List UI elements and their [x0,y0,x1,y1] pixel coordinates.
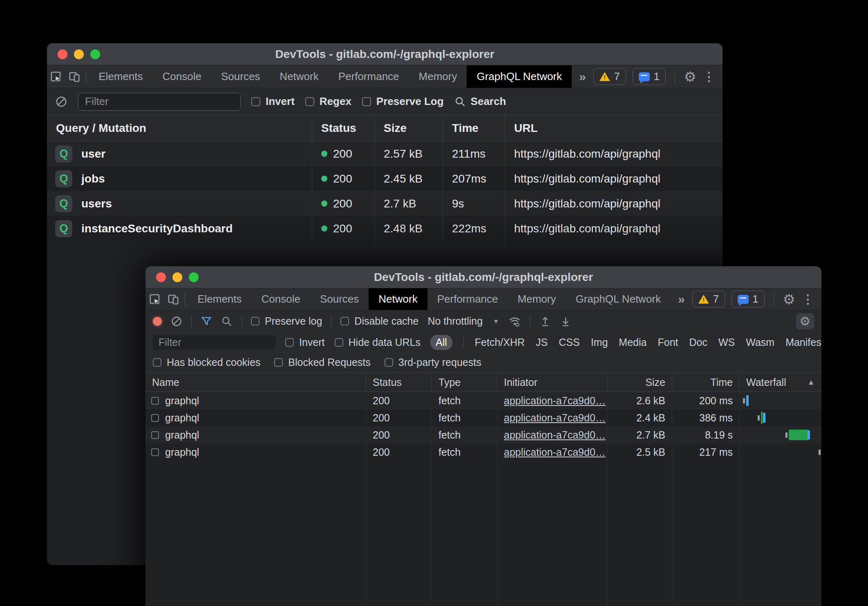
settings-gear-icon[interactable]: ⚙ [684,70,696,84]
initiator-link[interactable]: application-a7ca9d0… [504,446,606,458]
tab-memory[interactable]: Memory [409,65,467,88]
preserve-log-checkbox[interactable] [362,97,371,106]
kebab-menu-icon[interactable]: ⋮ [802,292,814,306]
regex-checkbox[interactable] [305,97,314,106]
minimize-button[interactable] [74,49,84,59]
chip-css[interactable]: CSS [559,336,579,348]
tab-sources[interactable]: Sources [310,288,369,310]
tab-elements[interactable]: Elements [89,65,152,88]
column-header-initiator[interactable]: Initiator [497,373,607,392]
initiator-link[interactable]: application-a7ca9d0… [504,429,606,441]
chip-doc[interactable]: Doc [689,336,707,348]
warnings-badge[interactable]: 7 [692,291,725,307]
tab-network[interactable]: Network [270,65,328,88]
issues-badge[interactable]: 1 [732,291,765,307]
tab-performance[interactable]: Performance [427,288,508,310]
tab-console[interactable]: Console [153,65,211,88]
invert-checkbox[interactable] [285,338,294,347]
search-control[interactable]: Search [454,95,506,108]
tab-graphql-network[interactable]: GraphQL Network [566,288,671,310]
tab-network[interactable]: Network [369,288,427,310]
preserve-log-checkbox-group[interactable]: Preserve Log [362,95,444,108]
table-row[interactable]: Q instanceSecurityDashboard 200 2.48 kB … [47,216,723,241]
tab-sources[interactable]: Sources [211,65,270,88]
hide-data-urls-checkbox[interactable] [335,338,343,347]
issues-badge[interactable]: 1 [633,68,666,85]
has-blocked-cookies-group[interactable]: Has blocked cookies [153,356,260,368]
chip-font[interactable]: Font [658,336,678,348]
chip-wasm[interactable]: Wasm [746,336,774,348]
disable-cache-checkbox-group[interactable]: Disable cache [340,315,418,327]
third-party-requests-group[interactable]: 3rd-party requests [385,356,481,368]
device-toolbar-icon[interactable] [164,288,182,310]
close-button[interactable] [156,272,166,282]
warnings-badge[interactable]: 7 [593,68,626,85]
tab-elements[interactable]: Elements [188,288,251,310]
tab-performance[interactable]: Performance [329,65,409,88]
more-tabs-icon[interactable]: » [671,288,692,310]
initiator-link[interactable]: application-a7ca9d0… [504,395,606,407]
chip-fetch-xhr[interactable]: Fetch/XHR [475,336,525,348]
column-header-name[interactable]: Name [145,373,366,392]
import-har-icon[interactable] [539,316,551,327]
table-row[interactable]: Q user 200 2.57 kB 211ms https://gitlab.… [47,141,723,166]
title-bar[interactable]: DevTools - gitlab.com/-/graphql-explorer [145,266,821,288]
inspect-element-icon[interactable] [47,65,65,88]
chip-media[interactable]: Media [619,336,647,348]
column-header-status[interactable]: Status [366,373,432,392]
row-checkbox[interactable] [151,431,159,439]
column-header-time[interactable]: Time [672,373,740,392]
record-button[interactable] [153,317,162,326]
tab-graphql-network[interactable]: GraphQL Network [467,65,572,88]
close-button[interactable] [58,49,67,59]
blocked-requests-checkbox[interactable] [274,358,283,367]
row-checkbox[interactable] [151,397,159,405]
filter-funnel-icon[interactable] [201,316,212,327]
column-header-size[interactable]: Size [607,373,672,392]
column-header-time[interactable]: Time [443,115,505,141]
settings-gear-icon[interactable]: ⚙ [783,292,795,306]
inspect-element-icon[interactable] [145,288,164,310]
chip-ws[interactable]: WS [718,336,735,348]
zoom-button[interactable] [90,49,100,59]
has-blocked-cookies-checkbox[interactable] [153,358,161,367]
third-party-requests-checkbox[interactable] [385,358,393,367]
more-tabs-icon[interactable]: » [572,65,593,88]
tab-memory[interactable]: Memory [508,288,566,310]
title-bar[interactable]: DevTools - gitlab.com/-/graphql-explorer [47,43,723,65]
network-settings-button[interactable]: ⚙ [796,313,814,330]
search-icon[interactable] [221,316,233,327]
column-header-url[interactable]: URL [505,115,723,141]
filter-input[interactable] [78,93,241,111]
clear-icon[interactable] [171,316,182,327]
column-header-query-mutation[interactable]: Query / Mutation [47,115,312,141]
clear-icon[interactable] [55,96,67,108]
zoom-button[interactable] [189,272,199,282]
export-har-icon[interactable] [560,316,571,327]
preserve-log-checkbox[interactable] [251,317,260,325]
invert-checkbox[interactable] [251,97,260,106]
kebab-menu-icon[interactable]: ⋮ [703,69,715,84]
minimize-button[interactable] [172,272,182,282]
tab-console[interactable]: Console [252,288,310,310]
column-header-size[interactable]: Size [375,115,443,141]
network-conditions-icon[interactable] [508,315,521,328]
column-header-waterfall[interactable]: Waterfall ▲ [740,373,821,392]
throttling-select[interactable]: No throttling ▼ [427,315,499,327]
filter-input[interactable] [153,335,275,350]
invert-checkbox-group[interactable]: Invert [285,336,325,348]
chip-img[interactable]: Img [591,336,608,348]
table-row[interactable]: graphql 200 fetch application-a7ca9d0… 2… [145,426,821,443]
preserve-log-checkbox-group[interactable]: Preserve log [251,315,322,327]
blocked-requests-group[interactable]: Blocked Requests [274,356,371,368]
row-checkbox[interactable] [151,448,159,456]
table-row[interactable]: graphql 200 fetch application-a7ca9d0… 2… [145,443,821,461]
disable-cache-checkbox[interactable] [340,317,349,325]
hide-data-urls-checkbox-group[interactable]: Hide data URLs [335,336,421,348]
table-row[interactable]: graphql 200 fetch application-a7ca9d0… 2… [145,392,821,409]
table-row[interactable]: graphql 200 fetch application-a7ca9d0… 2… [145,409,821,426]
chip-manifest[interactable]: Manifest [785,336,821,348]
initiator-link[interactable]: application-a7ca9d0… [504,412,606,424]
table-row[interactable]: Q users 200 2.7 kB 9s https://gitlab.com… [47,191,723,216]
column-header-type[interactable]: Type [432,373,497,392]
